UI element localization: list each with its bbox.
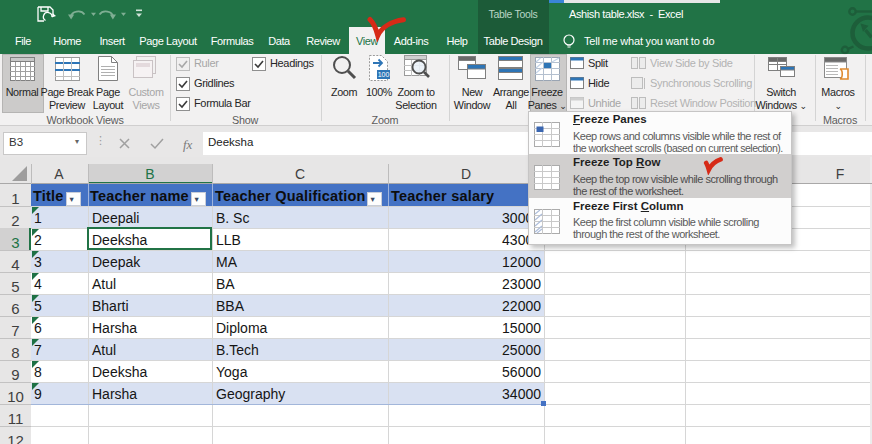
svg-text:100: 100 bbox=[378, 71, 390, 78]
svg-text:fx: fx bbox=[183, 137, 193, 152]
